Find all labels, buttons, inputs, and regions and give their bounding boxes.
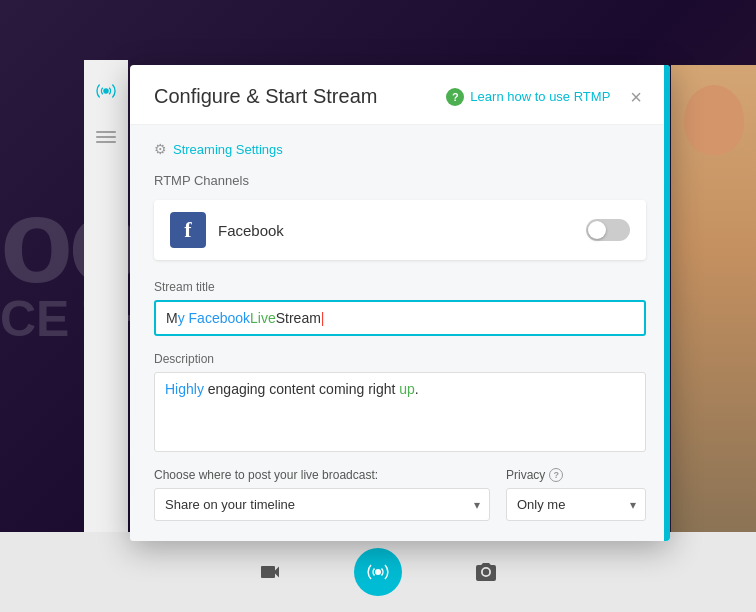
sidebar-item-menu[interactable] — [91, 122, 121, 152]
modal-body: ⚙ Streaming Settings RTMP Channels f Fac… — [130, 125, 670, 541]
help-link[interactable]: ? Learn how to use RTMP — [446, 88, 610, 106]
privacy-label: Privacy — [506, 468, 545, 482]
rtmp-channels-label: RTMP Channels — [154, 173, 646, 188]
configure-modal: Configure & Start Stream ? Learn how to … — [130, 65, 670, 541]
camera-button[interactable] — [246, 548, 294, 596]
stream-title-m: M — [166, 310, 178, 326]
stream-title-live: Live — [250, 310, 276, 326]
facebook-toggle[interactable] — [586, 219, 630, 241]
sidebar — [84, 60, 128, 532]
desc-period: . — [415, 381, 419, 397]
svg-point-4 — [375, 569, 381, 575]
desc-up: up — [399, 381, 415, 397]
choose-where-label: Choose where to post your live broadcast… — [154, 468, 490, 482]
camera-preview — [671, 65, 756, 532]
desc-highly: Highly — [165, 381, 208, 397]
help-text: Learn how to use RTMP — [470, 89, 610, 104]
privacy-select[interactable]: Only me — [506, 488, 646, 521]
stream-title-group: Stream title My Facebook Live Stream| — [154, 280, 646, 336]
stream-title-display: My Facebook Live Stream| — [154, 300, 646, 336]
privacy-select-wrapper: Only me ▾ — [506, 488, 646, 521]
close-button[interactable]: × — [626, 87, 646, 107]
modal-header: Configure & Start Stream ? Learn how to … — [130, 65, 670, 125]
svg-rect-3 — [96, 141, 116, 143]
description-group: Description Highly engaging content comi… — [154, 352, 646, 452]
stream-title-label: Stream title — [154, 280, 646, 294]
privacy-info-icon[interactable]: ? — [549, 468, 563, 482]
svg-rect-2 — [96, 136, 116, 138]
streaming-settings-label: Streaming Settings — [173, 142, 283, 157]
choose-privacy-row: Choose where to post your live broadcast… — [154, 468, 646, 521]
facebook-channel-card: f Facebook — [154, 200, 646, 260]
desc-engaging: engaging content coming right — [208, 381, 399, 397]
svg-point-0 — [103, 88, 109, 94]
description-textarea[interactable]: Highly engaging content coming right up. — [154, 372, 646, 452]
channel-name: Facebook — [218, 222, 284, 239]
bottom-toolbar — [0, 532, 756, 612]
gear-icon: ⚙ — [154, 141, 167, 157]
cursor-blink: | — [321, 310, 325, 326]
stream-title-my: y Facebook — [178, 310, 250, 326]
sidebar-item-broadcast[interactable] — [91, 76, 121, 106]
choose-where-value: Share on your timeline — [165, 497, 295, 512]
privacy-label-row: Privacy ? — [506, 468, 646, 482]
choose-where-field: Choose where to post your live broadcast… — [154, 468, 490, 521]
snapshot-button[interactable] — [462, 548, 510, 596]
facebook-icon: f — [170, 212, 206, 248]
privacy-field: Privacy ? Only me ▾ — [506, 468, 646, 521]
choose-where-select[interactable]: Share on your timeline — [154, 488, 490, 521]
privacy-value: Only me — [517, 497, 565, 512]
svg-rect-1 — [96, 131, 116, 133]
broadcast-button[interactable] — [354, 548, 402, 596]
help-icon: ? — [446, 88, 464, 106]
stream-title-rest: Stream — [276, 310, 321, 326]
channel-info: f Facebook — [170, 212, 284, 248]
modal-title: Configure & Start Stream — [154, 85, 377, 108]
description-label: Description — [154, 352, 646, 366]
choose-where-select-wrapper: Share on your timeline ▾ — [154, 488, 490, 521]
toggle-knob — [588, 221, 606, 239]
streaming-settings-link[interactable]: ⚙ Streaming Settings — [154, 141, 646, 157]
person-silhouette — [684, 85, 744, 155]
